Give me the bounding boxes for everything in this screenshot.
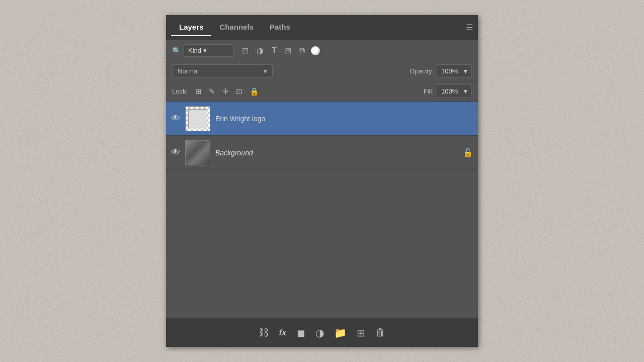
search-icon: 🔍 (172, 47, 181, 55)
lock-label: Lock: (172, 87, 188, 95)
tab-channels[interactable]: Channels (211, 19, 262, 36)
visibility-icon-erin-wright-logo[interactable]: 👁 (171, 113, 180, 124)
new-layer-icon[interactable]: ⊞ (357, 327, 365, 339)
blend-chevron-icon: ▾ (264, 67, 267, 75)
group-layers-icon[interactable]: 📁 (334, 327, 347, 339)
tab-layers[interactable]: Layers (171, 19, 211, 36)
create-adjustment-icon[interactable]: ◑ (315, 327, 324, 339)
lock-paint-icon[interactable]: ✎ (207, 86, 217, 97)
text-filter-icon[interactable]: T (270, 45, 279, 56)
kind-chevron-icon: ▾ (203, 47, 207, 54)
layer-item-background[interactable]: 👁 Background 🔓 (166, 136, 478, 170)
layer-item-erin-wright-logo[interactable]: 👁 Erin Wright logo (166, 102, 478, 136)
lock-pixels-icon[interactable]: ⊞ (194, 86, 203, 97)
add-mask-icon[interactable]: ◼ (297, 327, 305, 339)
image-filter-icon[interactable]: ⊡ (240, 45, 251, 56)
layer-effects-icon[interactable]: fx (279, 328, 286, 338)
fill-dropdown[interactable]: 100% ▾ (437, 84, 472, 98)
shape-filter-icon[interactable]: ⊞ (283, 45, 293, 56)
fill-chevron-icon: ▾ (464, 87, 467, 95)
fill-value: 100% (441, 87, 458, 95)
delete-layer-icon[interactable]: 🗑 (375, 327, 385, 338)
adjustment-filter-icon[interactable]: ◑ (255, 45, 266, 56)
blend-mode-value: Normal (178, 67, 199, 75)
link-layers-icon[interactable]: ⛓ (259, 327, 269, 338)
opacity-chevron-icon: ▾ (464, 67, 467, 75)
opacity-label: Opacity: (410, 67, 434, 75)
pixel-filter-icon[interactable] (311, 46, 320, 55)
lock-artboard-icon[interactable]: ⊡ (234, 86, 244, 97)
tab-bar: Layers Channels Paths ☰ (166, 15, 478, 40)
fill-label: Fill: (424, 87, 434, 95)
opacity-value: 100% (441, 67, 458, 75)
visibility-icon-background[interactable]: 👁 (171, 147, 180, 158)
blend-bar: Normal ▾ Opacity: 100% ▾ (166, 61, 478, 81)
layer-thumbnail-background (185, 140, 210, 165)
filter-bar: 🔍 Kind ▾ ⊡ ◑ T ⊞ ⧉ (166, 40, 478, 61)
layers-list: 👁 Erin Wright logo 👁 Background 🔓 (166, 102, 478, 318)
fill-group: Fill: 100% ▾ (424, 84, 472, 98)
layers-panel: Layers Channels Paths ☰ 🔍 Kind ▾ ⊡ ◑ T ⊞… (166, 15, 478, 347)
smart-filter-icon[interactable]: ⧉ (297, 45, 307, 56)
panel-menu-icon[interactable]: ☰ (466, 23, 473, 32)
lock-bar: Lock: ⊞ ✎ ✛ ⊡ 🔒 Fill: 100% ▾ (166, 81, 478, 102)
filter-icons: ⊡ ◑ T ⊞ ⧉ (240, 45, 320, 56)
kind-dropdown[interactable]: Kind ▾ (184, 44, 234, 57)
opacity-dropdown[interactable]: 100% ▾ (437, 64, 472, 78)
layer-locked-icon-background: 🔓 (463, 148, 473, 157)
lock-all-icon[interactable]: 🔒 (248, 86, 261, 97)
opacity-group: Opacity: 100% ▾ (410, 64, 472, 78)
tab-paths[interactable]: Paths (262, 19, 298, 36)
layer-name-erin-wright-logo: Erin Wright logo (215, 115, 473, 123)
layer-thumbnail-erin-wright-logo (185, 106, 210, 131)
kind-label: Kind (188, 47, 201, 54)
lock-move-icon[interactable]: ✛ (221, 86, 230, 97)
bottom-toolbar: ⛓ fx ◼ ◑ 📁 ⊞ 🗑 (166, 318, 478, 347)
layer-name-background: Background (215, 149, 458, 157)
blend-mode-dropdown[interactable]: Normal ▾ (172, 64, 273, 78)
